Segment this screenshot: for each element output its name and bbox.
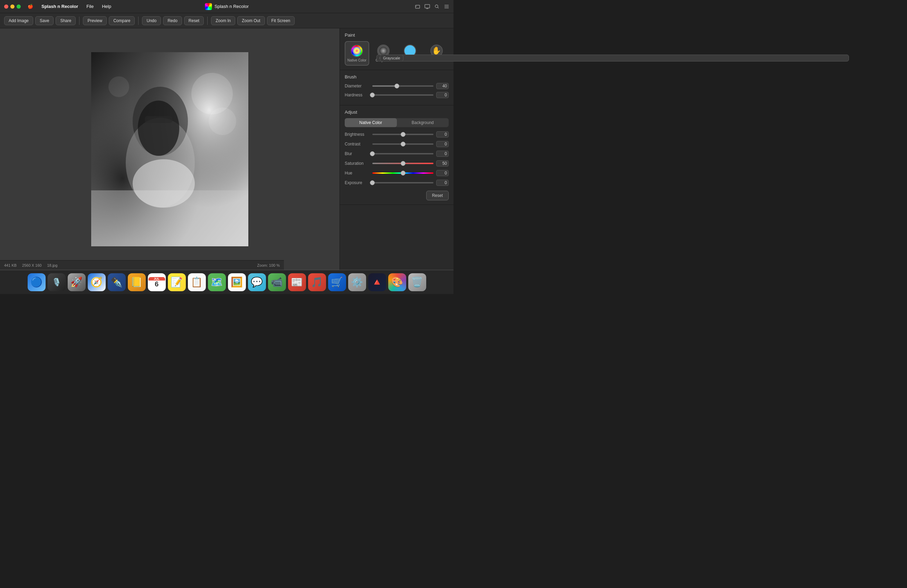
dock-contacts[interactable]: 📒: [128, 273, 146, 291]
dock-notes[interactable]: 📝: [168, 273, 186, 291]
dock-calendar[interactable]: JUL 6: [148, 273, 166, 291]
zoom-level: Zoom: 100 %: [257, 263, 280, 268]
svg-point-20: [406, 46, 414, 55]
brush-section: Brush Diameter 40 Hardness: [340, 70, 454, 106]
reset-button[interactable]: Reset: [184, 16, 204, 25]
dock-photos[interactable]: 🖼️: [228, 273, 246, 291]
separator-3: [207, 17, 208, 25]
menu-app-name[interactable]: Splash n Recolor: [40, 3, 79, 10]
save-button[interactable]: Save: [35, 16, 53, 25]
minimize-button[interactable]: [10, 5, 14, 9]
saturation-value[interactable]: 50: [436, 160, 449, 167]
zoom-out-button[interactable]: Zoom Out: [237, 16, 264, 25]
dock-maps[interactable]: 🗺️: [208, 273, 226, 291]
paint-tools: Native Color: [345, 41, 449, 66]
maximize-button[interactable]: [17, 5, 21, 9]
blur-thumb[interactable]: [370, 151, 375, 156]
canvas-area[interactable]: [0, 28, 340, 270]
diameter-value[interactable]: 40: [436, 83, 449, 89]
hardness-thumb[interactable]: [370, 93, 375, 98]
screen-icon[interactable]: [425, 4, 430, 9]
blur-value[interactable]: 0: [436, 151, 449, 157]
dock-facetime[interactable]: 📹: [268, 273, 286, 291]
hardness-value[interactable]: 0: [436, 92, 449, 98]
hardness-label: Hardness: [345, 93, 370, 98]
hardness-row: Hardness 0: [345, 92, 449, 98]
dock-messages[interactable]: 💬: [248, 273, 266, 291]
dock-altimeter[interactable]: 🔺: [368, 273, 386, 291]
blur-label: Blur: [345, 151, 370, 156]
diameter-label: Diameter: [345, 83, 370, 88]
background-toggle-btn[interactable]: Background: [397, 118, 449, 127]
app-icon: [205, 3, 212, 10]
dock-reminders[interactable]: 📋: [188, 273, 206, 291]
exposure-value[interactable]: 0: [436, 179, 449, 186]
file-size: 441 KB: [4, 263, 17, 268]
add-image-button[interactable]: Add Image: [4, 16, 33, 25]
menu-file[interactable]: File: [85, 3, 95, 10]
dimensions: 2560 X 160: [22, 263, 42, 268]
paint-section: Paint: [340, 28, 454, 70]
status-bar: 441 KB 2560 X 160 18.jpg Zoom: 100 %: [0, 260, 284, 270]
dock-rocket[interactable]: 🚀: [68, 273, 86, 291]
share-button[interactable]: Share: [56, 16, 75, 25]
cast-icon[interactable]: [415, 4, 420, 9]
grayscale-tool[interactable]: Grayscale Grayscale: [371, 41, 396, 66]
hue-thumb[interactable]: [401, 171, 405, 176]
native-color-tool[interactable]: Native Color: [345, 41, 369, 66]
zoom-in-button[interactable]: Zoom In: [211, 16, 235, 25]
menu-help[interactable]: Help: [101, 3, 112, 10]
dock-settings[interactable]: ⚙️: [348, 273, 366, 291]
fit-screen-button[interactable]: Fit Screen: [267, 16, 295, 25]
saturation-thumb[interactable]: [401, 161, 405, 166]
dock-news[interactable]: 📰: [288, 273, 306, 291]
svg-point-19: [379, 46, 388, 55]
status-left: 441 KB 2560 X 160 18.jpg: [4, 263, 57, 268]
recolor-tool[interactable]: Recolor: [398, 41, 422, 66]
brightness-row: Brightness 0: [345, 131, 449, 138]
dock-music[interactable]: 🎵: [308, 273, 326, 291]
svg-rect-0: [415, 5, 420, 8]
exposure-row: Exposure 0: [345, 179, 449, 186]
native-color-toggle-btn[interactable]: Native Color: [345, 118, 397, 127]
filename: 18.jpg: [47, 263, 57, 268]
svg-point-11: [138, 101, 179, 156]
hue-row: Hue 0: [345, 170, 449, 176]
pan-tool[interactable]: ✋ Pan: [424, 41, 449, 66]
dock-safari[interactable]: 🧭: [88, 273, 106, 291]
dock-finder[interactable]: 🔵: [28, 273, 46, 291]
preview-button[interactable]: Preview: [83, 16, 107, 25]
close-button[interactable]: [4, 5, 8, 9]
main-area: Paint: [0, 28, 454, 270]
menu-icon[interactable]: [444, 4, 449, 9]
svg-rect-12: [145, 116, 172, 123]
search-icon[interactable]: [434, 4, 440, 9]
hue-value[interactable]: 0: [436, 170, 449, 176]
diameter-row: Diameter 40: [345, 83, 449, 89]
menu-bar: 🍎 Splash n Recolor File Help: [26, 3, 112, 10]
svg-point-15: [109, 76, 129, 97]
title-bar: 🍎 Splash n Recolor File Help Splash n Re…: [0, 0, 454, 13]
brightness-value[interactable]: 0: [436, 131, 449, 138]
native-color-icon: [351, 45, 363, 57]
toolbar: Add Image Save Share Preview Compare Und…: [0, 13, 454, 28]
redo-button[interactable]: Redo: [163, 16, 182, 25]
compare-button[interactable]: Compare: [109, 16, 135, 25]
dock-appstore[interactable]: 🛒: [328, 273, 346, 291]
photo-svg: [91, 52, 248, 246]
diameter-thumb[interactable]: [394, 83, 399, 88]
adjust-section-title: Adjust: [345, 109, 449, 115]
brightness-thumb[interactable]: [401, 132, 405, 137]
contrast-thumb[interactable]: [401, 142, 405, 146]
window-title: Splash n Recolor: [205, 3, 249, 10]
dock-siri[interactable]: 🎙️: [48, 273, 66, 291]
menu-apple[interactable]: 🍎: [26, 3, 35, 10]
undo-button[interactable]: Undo: [142, 16, 161, 25]
exposure-thumb[interactable]: [370, 180, 375, 185]
dock-trash[interactable]: 🗑️: [408, 273, 426, 291]
dock-pixelmator[interactable]: ✒️: [108, 273, 126, 291]
adjust-section: Adjust Native Color Background Brightnes…: [340, 106, 454, 205]
contrast-value[interactable]: 0: [436, 141, 449, 147]
dock-splash[interactable]: 🎨: [388, 273, 406, 291]
adjust-reset-button[interactable]: Reset: [426, 191, 449, 200]
